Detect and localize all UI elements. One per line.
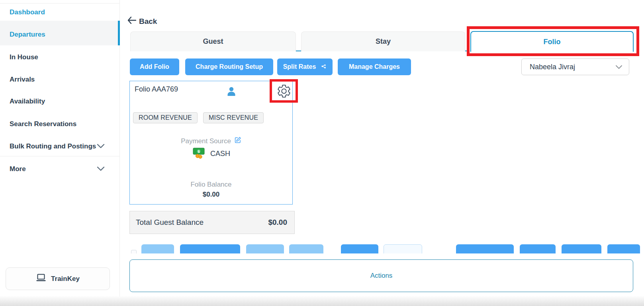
clipped-button[interactable]: [180, 244, 240, 253]
button-label: Split Rates: [283, 63, 316, 70]
total-guest-balance-row: Total Guest Balance $0.00: [129, 211, 295, 234]
actions-button[interactable]: Actions: [129, 259, 633, 292]
back-arrow-icon: [127, 17, 136, 26]
manage-charges-button[interactable]: Manage Charges: [338, 58, 411, 75]
sidebar-item-dashboard[interactable]: Dashboard: [0, 6, 120, 19]
folio-card: Folio AAA769 ROOM REVENUE MISC REVENUE P…: [129, 81, 293, 205]
chevron-down-icon: [615, 63, 622, 71]
sidebar-item-availability[interactable]: Availability: [0, 95, 120, 108]
folio-balance-value: $0.00: [130, 191, 292, 199]
tab-stay[interactable]: Stay: [301, 31, 465, 51]
sidebar-item-label: Search Reservations: [10, 120, 76, 128]
charge-routing-setup-button[interactable]: Charge Routing Setup: [185, 58, 273, 75]
cash-icon: $: [192, 147, 206, 161]
sidebar-item-label: Departures: [10, 31, 45, 39]
chevron-down-icon: [97, 165, 105, 173]
clipped-button[interactable]: [289, 244, 323, 253]
folio-title: Folio AAA769: [135, 85, 178, 94]
button-label: Add Folio: [140, 63, 169, 70]
share-icon: [320, 63, 327, 71]
payment-source-row: Payment Source: [130, 136, 292, 146]
laptop-icon: [36, 273, 46, 284]
badge-misc-revenue: MISC REVENUE: [203, 112, 264, 123]
revenue-badges: ROOM REVENUE MISC REVENUE: [133, 112, 264, 123]
payment-method-row: $ CASH: [130, 147, 292, 161]
svg-text:$: $: [198, 150, 200, 154]
badge-room-revenue: ROOM REVENUE: [133, 112, 198, 123]
edit-icon[interactable]: [234, 136, 241, 146]
clipped-button[interactable]: [456, 244, 514, 253]
clipped-button[interactable]: [384, 244, 422, 253]
back-label: Back: [139, 17, 157, 26]
payment-method-value: CASH: [210, 150, 230, 158]
sidebar-item-search-reservations[interactable]: Search Reservations: [0, 117, 120, 131]
gear-icon[interactable]: [276, 84, 292, 100]
button-label: Charge Routing Setup: [196, 63, 263, 70]
trainkey-label: TrainKey: [51, 275, 80, 283]
chevron-down-icon: [97, 142, 105, 150]
person-icon: [227, 86, 236, 98]
trainkey-button[interactable]: TrainKey: [6, 267, 110, 290]
checkbox[interactable]: [131, 250, 137, 253]
folio-balance-label: Folio Balance: [130, 181, 292, 189]
sidebar-item-bulk-routing[interactable]: Bulk Routing and Postings: [0, 140, 120, 153]
bottom-fade: [0, 296, 644, 306]
sidebar-item-more[interactable]: More: [0, 162, 120, 176]
total-guest-balance-value: $0.00: [268, 218, 287, 227]
sidebar-item-label: More: [10, 165, 26, 173]
sidebar: Dashboard Departures In House Arrivals A…: [0, 0, 120, 296]
guest-selector-value: Nabeela Jivraj: [530, 63, 615, 71]
sidebar-item-arrivals[interactable]: Arrivals: [0, 73, 120, 86]
tab-folio[interactable]: Folio: [470, 31, 634, 52]
clipped-button[interactable]: [141, 244, 174, 253]
tab-guest[interactable]: Guest: [130, 31, 296, 51]
sidebar-item-label: In House: [10, 53, 38, 61]
button-label: Manage Charges: [349, 63, 400, 70]
guest-selector-dropdown[interactable]: Nabeela Jivraj: [521, 58, 629, 75]
clipped-button[interactable]: [520, 244, 556, 253]
tab-label: Guest: [203, 37, 223, 46]
sidebar-divider: [0, 156, 120, 156]
tab-label: Stay: [376, 37, 391, 46]
sidebar-item-label: Dashboard: [10, 8, 45, 16]
back-button[interactable]: Back: [127, 17, 157, 26]
split-rates-button[interactable]: Split Rates: [277, 58, 333, 75]
sidebar-item-in-house[interactable]: In House: [0, 51, 120, 64]
sidebar-top-divider: [0, 3, 120, 4]
sidebar-item-departures[interactable]: Departures: [0, 28, 120, 41]
folio-page: Dashboard Departures In House Arrivals A…: [0, 0, 644, 306]
actions-label: Actions: [370, 272, 393, 280]
clipped-button[interactable]: [562, 244, 601, 253]
clipped-button[interactable]: [246, 244, 284, 253]
sidebar-item-label: Arrivals: [10, 76, 35, 84]
sidebar-item-label: Bulk Routing and Postings: [10, 142, 96, 150]
add-folio-button[interactable]: Add Folio: [130, 58, 179, 75]
clipped-button[interactable]: [607, 244, 640, 253]
tab-label: Folio: [544, 38, 561, 46]
payment-source-label: Payment Source: [181, 137, 231, 145]
total-guest-balance-label: Total Guest Balance: [136, 218, 268, 227]
sidebar-item-label: Availability: [10, 97, 45, 105]
clipped-button[interactable]: [341, 244, 378, 253]
clipped-toolbar-row: [126, 244, 640, 253]
